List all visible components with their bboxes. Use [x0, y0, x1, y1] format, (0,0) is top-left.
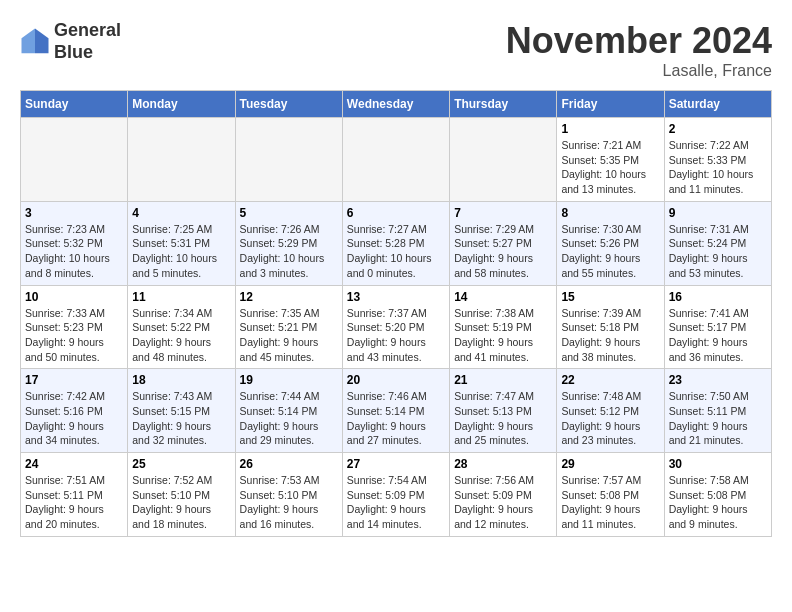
weekday-header: Thursday — [450, 91, 557, 118]
page-header: General Blue November 2024 Lasalle, Fran… — [20, 20, 772, 80]
calendar-header-row: SundayMondayTuesdayWednesdayThursdayFrid… — [21, 91, 772, 118]
day-number: 23 — [669, 373, 767, 387]
weekday-header: Sunday — [21, 91, 128, 118]
day-detail: Sunrise: 7:48 AMSunset: 5:12 PMDaylight:… — [561, 389, 659, 448]
calendar-day-cell: 26Sunrise: 7:53 AMSunset: 5:10 PMDayligh… — [235, 453, 342, 537]
day-number: 21 — [454, 373, 552, 387]
location: Lasalle, France — [506, 62, 772, 80]
day-detail: Sunrise: 7:47 AMSunset: 5:13 PMDaylight:… — [454, 389, 552, 448]
day-detail: Sunrise: 7:58 AMSunset: 5:08 PMDaylight:… — [669, 473, 767, 532]
day-number: 28 — [454, 457, 552, 471]
day-detail: Sunrise: 7:31 AMSunset: 5:24 PMDaylight:… — [669, 222, 767, 281]
calendar-day-cell: 2Sunrise: 7:22 AMSunset: 5:33 PMDaylight… — [664, 118, 771, 202]
calendar-day-cell — [128, 118, 235, 202]
day-detail: Sunrise: 7:37 AMSunset: 5:20 PMDaylight:… — [347, 306, 445, 365]
calendar-day-cell: 7Sunrise: 7:29 AMSunset: 5:27 PMDaylight… — [450, 201, 557, 285]
day-number: 9 — [669, 206, 767, 220]
calendar-day-cell: 8Sunrise: 7:30 AMSunset: 5:26 PMDaylight… — [557, 201, 664, 285]
day-detail: Sunrise: 7:26 AMSunset: 5:29 PMDaylight:… — [240, 222, 338, 281]
calendar-week-row: 24Sunrise: 7:51 AMSunset: 5:11 PMDayligh… — [21, 453, 772, 537]
title-block: November 2024 Lasalle, France — [506, 20, 772, 80]
weekday-header: Tuesday — [235, 91, 342, 118]
day-number: 25 — [132, 457, 230, 471]
day-detail: Sunrise: 7:43 AMSunset: 5:15 PMDaylight:… — [132, 389, 230, 448]
day-number: 2 — [669, 122, 767, 136]
calendar-day-cell — [21, 118, 128, 202]
day-number: 11 — [132, 290, 230, 304]
day-detail: Sunrise: 7:46 AMSunset: 5:14 PMDaylight:… — [347, 389, 445, 448]
day-detail: Sunrise: 7:54 AMSunset: 5:09 PMDaylight:… — [347, 473, 445, 532]
logo-text: General Blue — [54, 20, 121, 63]
logo-icon — [20, 27, 50, 57]
calendar-day-cell: 24Sunrise: 7:51 AMSunset: 5:11 PMDayligh… — [21, 453, 128, 537]
calendar-day-cell: 23Sunrise: 7:50 AMSunset: 5:11 PMDayligh… — [664, 369, 771, 453]
calendar-day-cell: 19Sunrise: 7:44 AMSunset: 5:14 PMDayligh… — [235, 369, 342, 453]
day-detail: Sunrise: 7:51 AMSunset: 5:11 PMDaylight:… — [25, 473, 123, 532]
day-number: 20 — [347, 373, 445, 387]
day-number: 27 — [347, 457, 445, 471]
calendar-day-cell: 14Sunrise: 7:38 AMSunset: 5:19 PMDayligh… — [450, 285, 557, 369]
calendar-day-cell: 3Sunrise: 7:23 AMSunset: 5:32 PMDaylight… — [21, 201, 128, 285]
calendar-day-cell: 13Sunrise: 7:37 AMSunset: 5:20 PMDayligh… — [342, 285, 449, 369]
day-number: 7 — [454, 206, 552, 220]
day-number: 10 — [25, 290, 123, 304]
day-number: 16 — [669, 290, 767, 304]
day-detail: Sunrise: 7:38 AMSunset: 5:19 PMDaylight:… — [454, 306, 552, 365]
day-number: 24 — [25, 457, 123, 471]
calendar-day-cell: 27Sunrise: 7:54 AMSunset: 5:09 PMDayligh… — [342, 453, 449, 537]
calendar-day-cell — [342, 118, 449, 202]
calendar-week-row: 10Sunrise: 7:33 AMSunset: 5:23 PMDayligh… — [21, 285, 772, 369]
calendar-day-cell: 10Sunrise: 7:33 AMSunset: 5:23 PMDayligh… — [21, 285, 128, 369]
calendar-day-cell: 20Sunrise: 7:46 AMSunset: 5:14 PMDayligh… — [342, 369, 449, 453]
day-number: 8 — [561, 206, 659, 220]
day-number: 26 — [240, 457, 338, 471]
day-detail: Sunrise: 7:44 AMSunset: 5:14 PMDaylight:… — [240, 389, 338, 448]
day-number: 17 — [25, 373, 123, 387]
calendar-day-cell — [450, 118, 557, 202]
day-number: 18 — [132, 373, 230, 387]
calendar-day-cell: 15Sunrise: 7:39 AMSunset: 5:18 PMDayligh… — [557, 285, 664, 369]
calendar-day-cell: 1Sunrise: 7:21 AMSunset: 5:35 PMDaylight… — [557, 118, 664, 202]
day-number: 6 — [347, 206, 445, 220]
day-number: 1 — [561, 122, 659, 136]
day-detail: Sunrise: 7:25 AMSunset: 5:31 PMDaylight:… — [132, 222, 230, 281]
day-detail: Sunrise: 7:57 AMSunset: 5:08 PMDaylight:… — [561, 473, 659, 532]
month-title: November 2024 — [506, 20, 772, 62]
day-number: 22 — [561, 373, 659, 387]
day-number: 29 — [561, 457, 659, 471]
day-detail: Sunrise: 7:21 AMSunset: 5:35 PMDaylight:… — [561, 138, 659, 197]
calendar-day-cell: 25Sunrise: 7:52 AMSunset: 5:10 PMDayligh… — [128, 453, 235, 537]
day-detail: Sunrise: 7:56 AMSunset: 5:09 PMDaylight:… — [454, 473, 552, 532]
day-detail: Sunrise: 7:35 AMSunset: 5:21 PMDaylight:… — [240, 306, 338, 365]
day-detail: Sunrise: 7:52 AMSunset: 5:10 PMDaylight:… — [132, 473, 230, 532]
day-detail: Sunrise: 7:42 AMSunset: 5:16 PMDaylight:… — [25, 389, 123, 448]
calendar-day-cell: 18Sunrise: 7:43 AMSunset: 5:15 PMDayligh… — [128, 369, 235, 453]
day-detail: Sunrise: 7:50 AMSunset: 5:11 PMDaylight:… — [669, 389, 767, 448]
day-detail: Sunrise: 7:39 AMSunset: 5:18 PMDaylight:… — [561, 306, 659, 365]
day-number: 12 — [240, 290, 338, 304]
day-number: 15 — [561, 290, 659, 304]
day-detail: Sunrise: 7:23 AMSunset: 5:32 PMDaylight:… — [25, 222, 123, 281]
day-detail: Sunrise: 7:22 AMSunset: 5:33 PMDaylight:… — [669, 138, 767, 197]
calendar-week-row: 3Sunrise: 7:23 AMSunset: 5:32 PMDaylight… — [21, 201, 772, 285]
day-number: 4 — [132, 206, 230, 220]
weekday-header: Friday — [557, 91, 664, 118]
day-number: 3 — [25, 206, 123, 220]
day-detail: Sunrise: 7:41 AMSunset: 5:17 PMDaylight:… — [669, 306, 767, 365]
weekday-header: Wednesday — [342, 91, 449, 118]
weekday-header: Monday — [128, 91, 235, 118]
day-detail: Sunrise: 7:33 AMSunset: 5:23 PMDaylight:… — [25, 306, 123, 365]
day-detail: Sunrise: 7:53 AMSunset: 5:10 PMDaylight:… — [240, 473, 338, 532]
calendar-day-cell: 28Sunrise: 7:56 AMSunset: 5:09 PMDayligh… — [450, 453, 557, 537]
calendar-day-cell: 6Sunrise: 7:27 AMSunset: 5:28 PMDaylight… — [342, 201, 449, 285]
day-detail: Sunrise: 7:30 AMSunset: 5:26 PMDaylight:… — [561, 222, 659, 281]
day-number: 14 — [454, 290, 552, 304]
logo: General Blue — [20, 20, 121, 63]
calendar-day-cell: 22Sunrise: 7:48 AMSunset: 5:12 PMDayligh… — [557, 369, 664, 453]
calendar-day-cell: 11Sunrise: 7:34 AMSunset: 5:22 PMDayligh… — [128, 285, 235, 369]
weekday-header: Saturday — [664, 91, 771, 118]
svg-marker-1 — [22, 28, 36, 53]
calendar-day-cell: 12Sunrise: 7:35 AMSunset: 5:21 PMDayligh… — [235, 285, 342, 369]
day-number: 30 — [669, 457, 767, 471]
calendar-week-row: 17Sunrise: 7:42 AMSunset: 5:16 PMDayligh… — [21, 369, 772, 453]
